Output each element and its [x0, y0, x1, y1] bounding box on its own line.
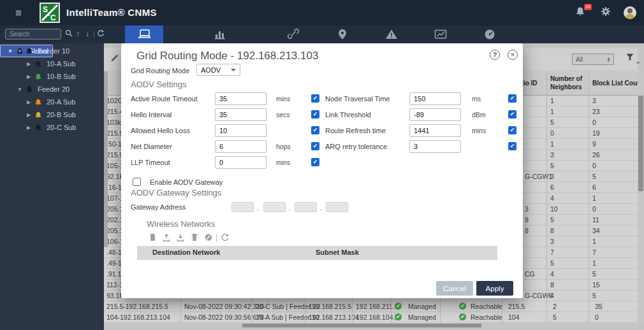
node-traversal-time-checkbox[interactable]: ✔ [508, 94, 516, 103]
cancel-button[interactable]: Cancel [436, 281, 473, 296]
refresh-icon[interactable] [221, 233, 230, 245]
warning-triangle-icon [385, 29, 398, 40]
notifications-bell-icon[interactable]: 24 [575, 6, 588, 20]
nav-tab-laptop[interactable] [125, 25, 163, 43]
column-header-subnet-mask: Subnet Mask [316, 248, 359, 256]
llp-timeout-input[interactable] [215, 156, 267, 169]
menu-icon[interactable]: ≡ [15, 7, 22, 20]
column-header-neighbors: Number of Neighbors [550, 70, 587, 96]
svg-text:C: C [50, 13, 56, 22]
refresh-icon[interactable] [97, 29, 105, 39]
radio-id: 9 [525, 216, 529, 224]
chevron-right-icon[interactable]: ▶ [26, 61, 32, 67]
grid-routing-mode-select[interactable]: AODV [196, 64, 240, 76]
route-refresh-time-input[interactable] [409, 124, 461, 137]
octet-dot: . [257, 204, 259, 212]
route-refresh-time-checkbox[interactable]: ✔ [508, 126, 516, 134]
tree-node-20-b-sub[interactable]: ▶20-B Sub [0, 108, 104, 121]
node-traversal-time-input[interactable] [409, 92, 461, 105]
tree-node-label: 10-A Sub [47, 60, 75, 68]
device-name: 215.5-192.168.215.5 [106, 303, 168, 310]
reachable-status: Reachable [471, 313, 502, 321]
select-arrows-icon: ▲▼ [607, 57, 610, 62]
tree-node-20-c-sub[interactable]: ▶20-C Sub [0, 121, 104, 134]
tree-node-20-a-sub[interactable]: ▶20-A Sub [0, 96, 104, 108]
arq-retry-tolerance-checkbox[interactable]: ✔ [508, 142, 516, 150]
settings-gear-icon[interactable] [601, 6, 611, 19]
device-name: 102G [106, 97, 123, 104]
search-input[interactable] [5, 29, 61, 39]
search-icon[interactable] [65, 29, 73, 39]
block-list-count: 0 [592, 118, 596, 126]
table-row[interactable]: 215.5-192.168.215.5Nov-08-2022 09:30:42:… [104, 301, 638, 312]
nav-tab-link[interactable] [274, 25, 312, 43]
block-list-count: 23 [592, 108, 600, 115]
column-divider [546, 71, 547, 323]
chevron-down-icon[interactable]: ▼ [17, 48, 23, 54]
tree-node-10-b-sub[interactable]: ▶10-B Sub [0, 70, 104, 83]
horizontal-scrollbar-thumb[interactable] [242, 324, 481, 327]
tree-node-feeder-20[interactable]: ▼Feeder 20 [0, 83, 104, 96]
nav-tab-trend-chart[interactable] [421, 25, 460, 43]
sidebar-scrollbar-thumb[interactable] [104, 71, 108, 247]
chevron-down-icon[interactable]: ▼ [17, 87, 23, 92]
gateway-octet-4[interactable] [326, 202, 348, 212]
download-icon[interactable] [176, 233, 185, 245]
tree-node-label: 20-C Sub [47, 124, 76, 131]
neighbor-count: 5 [550, 259, 554, 267]
upload-icon[interactable] [162, 233, 171, 245]
wireless-networks-grid-header: Destination Network Subnet Mask [137, 246, 497, 260]
arq-retry-tolerance-input[interactable] [409, 140, 461, 153]
neighbor-count: 1 [550, 108, 554, 115]
nav-tab-location-pin[interactable] [323, 25, 362, 43]
radio-id: 215.5 [508, 303, 525, 310]
link-threshold-input[interactable] [409, 108, 461, 121]
device-name: .49-1 [106, 259, 122, 267]
link-threshold-checkbox[interactable]: ✔ [508, 110, 516, 118]
neighbor-count: 5 [550, 162, 554, 169]
chevron-right-icon[interactable]: ▶ [26, 74, 32, 80]
edit-pencil-icon[interactable] [110, 54, 119, 66]
radio-id: 8 [525, 227, 529, 234]
gateway-octet-3[interactable] [295, 202, 317, 212]
block-list-count: 1 [592, 238, 596, 245]
bell-status-icon [26, 85, 33, 94]
tree-node-feeder-10[interactable]: ▼Feeder 10 [0, 45, 104, 57]
user-avatar[interactable] [624, 6, 636, 19]
enable-aodv-gateway-label: Enable AODV Gateway [150, 178, 223, 186]
enable-aodv-gateway-checkbox[interactable] [133, 178, 141, 186]
tree-node-10-a-sub[interactable]: ▶10-A Sub [0, 57, 104, 70]
copy-file-icon[interactable] [148, 233, 157, 245]
chevron-down-icon [231, 69, 236, 71]
block-list-count: 9 [592, 140, 596, 148]
gateway-octet-1[interactable] [231, 202, 254, 212]
search-next-icon[interactable]: ↓ [85, 29, 89, 39]
block-list-count: 15 [592, 281, 600, 289]
nav-tab-gauge[interactable] [471, 25, 509, 43]
llp-timeout-checkbox[interactable]: ✔ [311, 158, 319, 166]
chevron-right-icon[interactable]: ▶ [26, 125, 32, 131]
chevron-right-icon[interactable]: ▶ [26, 99, 32, 105]
close-icon[interactable]: × [508, 50, 518, 60]
nav-tab-bar-chart[interactable] [201, 25, 239, 43]
link-threshold-label: Link Threshold [325, 111, 371, 118]
table-filter-select[interactable]: All ▲▼ [572, 54, 614, 65]
apply-button[interactable]: Apply [476, 281, 513, 296]
block-list-count: 0 [592, 162, 596, 169]
app-window: ≡ S & C IntelliTeam® CNMS 24 [0, 0, 644, 330]
chevron-right-icon[interactable]: ▶ [26, 112, 32, 118]
filter-funnel-icon[interactable]: » [626, 53, 635, 64]
arq-retry-tolerance-label: ARQ retry tolerance [325, 143, 387, 150]
nav-tab-warning-triangle[interactable] [372, 25, 411, 43]
node-traversal-time-label: Node Traversal Time [325, 95, 390, 103]
help-icon[interactable]: ? [490, 50, 500, 60]
radio-id: CG [525, 270, 535, 278]
table-row[interactable]: 104-192.168.213.104Nov-08-2022 09:30:56:… [104, 312, 638, 323]
notification-badge: 24 [584, 4, 592, 10]
trend-chart-icon [434, 29, 447, 40]
vertical-scrollbar-thumb[interactable] [638, 96, 643, 191]
delete-trash-icon[interactable] [190, 233, 199, 245]
cancel-circle-icon[interactable] [204, 233, 213, 245]
gateway-octet-2[interactable] [263, 202, 286, 212]
search-prev-icon[interactable]: ↑ [76, 29, 80, 39]
